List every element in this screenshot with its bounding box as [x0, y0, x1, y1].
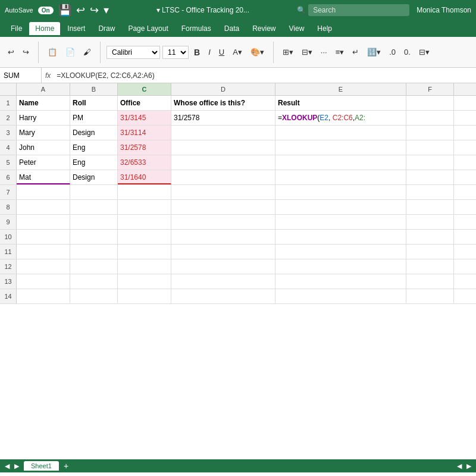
cell-c5[interactable]: 32/6533 — [118, 155, 171, 170]
tab-help[interactable]: Help — [311, 22, 338, 35]
cell-e12[interactable] — [275, 259, 406, 274]
cell-d1[interactable]: Whose office is this? — [171, 96, 275, 110]
cell-b3[interactable]: Design — [70, 126, 118, 140]
tab-insert[interactable]: Insert — [61, 22, 91, 35]
cell-c6[interactable]: 31/1640 — [118, 170, 171, 184]
cell-c13[interactable] — [118, 274, 171, 289]
cell-b1[interactable]: Roll — [70, 96, 118, 110]
customize-icon[interactable]: ▾ — [104, 4, 109, 17]
undo-icon[interactable]: ↩ — [76, 4, 85, 17]
table-format-button[interactable]: ⊟▾ — [416, 46, 433, 58]
cell-a11[interactable] — [17, 245, 70, 259]
scroll-left-icon[interactable]: ◀ — [457, 462, 462, 470]
cell-e5[interactable] — [275, 155, 406, 170]
col-header-d[interactable]: D — [171, 83, 275, 95]
number-format-button[interactable]: 🔢▾ — [364, 46, 384, 58]
autosave-toggle[interactable]: On — [38, 7, 54, 14]
cell-d7[interactable] — [171, 185, 275, 199]
cell-b8[interactable] — [70, 200, 118, 214]
tab-home[interactable]: Home — [29, 22, 60, 35]
cell-e3[interactable] — [275, 126, 406, 140]
cell-b12[interactable] — [70, 259, 118, 274]
cell-f13[interactable] — [406, 274, 454, 289]
scroll-right-icon[interactable]: ▶ — [466, 462, 471, 470]
tab-data[interactable]: Data — [218, 22, 245, 35]
cell-e2[interactable]: =XLOOKUP(E2, C2:C6,A2: — [275, 111, 406, 125]
font-family-select[interactable]: Calibri — [107, 46, 160, 59]
cell-c12[interactable] — [118, 259, 171, 274]
copy-button[interactable]: 📄 — [62, 46, 78, 58]
cell-a12[interactable] — [17, 259, 70, 274]
save-icon[interactable]: 💾 — [58, 4, 71, 17]
cell-b13[interactable] — [70, 274, 118, 289]
cell-f9[interactable] — [406, 215, 454, 229]
cell-d2[interactable]: 31/2578 — [171, 111, 275, 125]
borders-button[interactable]: ⊞▾ — [280, 46, 296, 58]
tab-page-layout[interactable]: Page Layout — [122, 22, 174, 35]
cell-b14[interactable] — [70, 289, 118, 303]
tab-review[interactable]: Review — [246, 22, 281, 35]
cell-f11[interactable] — [406, 245, 454, 259]
cell-f3[interactable] — [406, 126, 454, 140]
decimal-inc-button[interactable]: .0 — [386, 46, 399, 58]
fill-color-button[interactable]: 🎨▾ — [248, 46, 267, 58]
col-header-c[interactable]: C — [118, 83, 171, 95]
cell-b5[interactable]: Eng — [70, 155, 118, 170]
cell-c9[interactable] — [118, 215, 171, 229]
cell-a14[interactable] — [17, 289, 70, 303]
cell-f10[interactable] — [406, 230, 454, 244]
cell-d6[interactable] — [171, 170, 275, 184]
font-color-button[interactable]: A▾ — [230, 46, 245, 58]
cell-e8[interactable] — [275, 200, 406, 214]
cell-f14[interactable] — [406, 289, 454, 303]
cell-a10[interactable] — [17, 230, 70, 244]
cell-b7[interactable] — [70, 185, 118, 199]
cell-d12[interactable] — [171, 259, 275, 274]
cell-a6[interactable]: Mat — [17, 170, 70, 184]
cell-f7[interactable] — [406, 185, 454, 199]
cell-b6[interactable]: Design — [70, 170, 118, 184]
cell-f2[interactable] — [406, 111, 454, 125]
cell-c11[interactable] — [118, 245, 171, 259]
cell-e6[interactable] — [275, 170, 406, 184]
cell-e11[interactable] — [275, 245, 406, 259]
cell-c7[interactable] — [118, 185, 171, 199]
cell-d10[interactable] — [171, 230, 275, 244]
cell-a5[interactable]: Peter — [17, 155, 70, 170]
add-sheet-button[interactable]: + — [64, 461, 68, 471]
tab-draw[interactable]: Draw — [92, 22, 121, 35]
formula-input[interactable]: =XLOOKUP(E2, C2:C6,A2:A6) — [54, 70, 476, 81]
wrap-button[interactable]: ↵ — [349, 46, 362, 58]
next-sheet-icon[interactable]: ▶ — [14, 462, 19, 470]
cell-reference-box[interactable]: SUM — [0, 68, 42, 83]
cell-b10[interactable] — [70, 230, 118, 244]
paste-button[interactable]: 📋 — [45, 46, 60, 58]
search-input[interactable] — [308, 4, 409, 16]
cell-e4[interactable] — [275, 140, 406, 155]
cell-c1[interactable]: Office — [118, 96, 171, 110]
cell-c10[interactable] — [118, 230, 171, 244]
cell-d4[interactable] — [171, 140, 275, 155]
cell-f12[interactable] — [406, 259, 454, 274]
cell-e9[interactable] — [275, 215, 406, 229]
format-painter-button[interactable]: 🖌 — [80, 46, 94, 58]
cell-b4[interactable]: Eng — [70, 140, 118, 155]
cell-d8[interactable] — [171, 200, 275, 214]
cell-b2[interactable]: PM — [70, 111, 118, 125]
cell-d11[interactable] — [171, 245, 275, 259]
cell-c8[interactable] — [118, 200, 171, 214]
cell-f4[interactable] — [406, 140, 454, 155]
cell-c4[interactable]: 31/2578 — [118, 140, 171, 155]
cell-a1[interactable]: Name — [17, 96, 70, 110]
cell-c3[interactable]: 31/3114 — [118, 126, 171, 140]
sheet-tab-sheet1[interactable]: Sheet1 — [24, 461, 59, 471]
cell-e13[interactable] — [275, 274, 406, 289]
cell-b11[interactable] — [70, 245, 118, 259]
cell-a9[interactable] — [17, 215, 70, 229]
redo-icon[interactable]: ↪ — [90, 4, 99, 17]
col-header-b[interactable]: B — [70, 83, 118, 95]
cell-a2[interactable]: Harry — [17, 111, 70, 125]
tab-view[interactable]: View — [283, 22, 311, 35]
underline-button[interactable]: U — [216, 46, 227, 58]
cell-a3[interactable]: Mary — [17, 126, 70, 140]
